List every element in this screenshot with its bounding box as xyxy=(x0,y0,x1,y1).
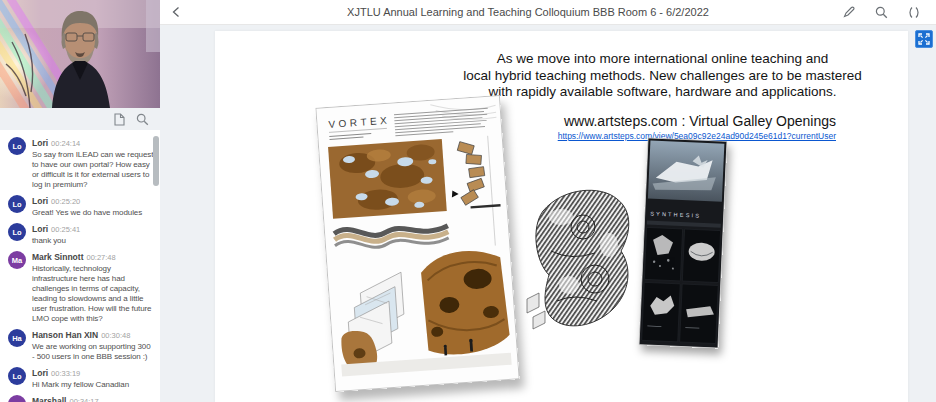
sidebar-toolbar xyxy=(0,108,160,130)
chat-message: Ma Mark Sinnott00:27:48 Historically, te… xyxy=(8,250,154,324)
chat-text: So say from ILEAD can we request to have… xyxy=(32,150,154,190)
avatar: Lo xyxy=(8,195,26,213)
search-icon[interactable] xyxy=(875,6,888,19)
chat-text: Historically, technology infrastructure … xyxy=(32,264,154,324)
fullscreen-icon xyxy=(918,33,930,45)
avatar: Lo xyxy=(8,223,26,241)
chat-scrollbar[interactable] xyxy=(153,136,159,186)
chat-message: Ma Marshall00:34:17 The great white nort… xyxy=(8,394,154,402)
vortex-poster-image: VORTEX xyxy=(315,95,519,392)
presenter-webcam-image xyxy=(0,0,160,108)
chat-messages: Lo Lori00:24:14 So say from ILEAD can we… xyxy=(8,136,154,402)
chat-author: Hanson Han XIN xyxy=(32,330,98,340)
chat-timestamp: 00:24:14 xyxy=(51,139,80,148)
chat-message: Lo Lori00:25:20 Great! Yes we do have mo… xyxy=(8,194,154,218)
chat-author: Lori xyxy=(32,224,48,234)
chat-text: We are working on supporting 300 - 500 u… xyxy=(32,342,154,362)
slide: As we move into more international onlin… xyxy=(215,31,908,402)
presentation-area: As we move into more international onlin… xyxy=(160,25,936,402)
top-bar: XJTLU Annual Learning and Teaching Collo… xyxy=(160,0,936,25)
avatar: Lo xyxy=(8,367,26,385)
chat-author: Marshall xyxy=(32,396,67,402)
avatar: Ma xyxy=(8,395,26,402)
back-button[interactable] xyxy=(160,0,192,24)
chat-text: Hi Mark my fellow Canadian xyxy=(32,380,154,390)
swap-icon[interactable] xyxy=(908,6,920,19)
avatar: Ma xyxy=(8,251,26,269)
chat-timestamp: 00:25:20 xyxy=(51,197,80,206)
sculpture-image xyxy=(521,181,639,339)
chat-message: Lo Lori00:25:41 thank you xyxy=(8,222,154,246)
chat-timestamp: 00:34:17 xyxy=(70,397,99,402)
slide-paragraph: As we move into more international onlin… xyxy=(430,51,895,101)
topbar-actions xyxy=(843,6,936,19)
chat-timestamp: 00:25:41 xyxy=(51,225,80,234)
chat-timestamp: 00:33:19 xyxy=(51,369,80,378)
chat-timestamp: 00:30:48 xyxy=(101,331,130,340)
chat-message: Lo Lori00:24:14 So say from ILEAD can we… xyxy=(8,136,154,190)
search-chat-icon[interactable] xyxy=(136,113,149,126)
fullscreen-button[interactable] xyxy=(915,30,933,48)
sidebar: Lo Lori00:24:14 So say from ILEAD can we… xyxy=(0,0,160,402)
avatar: Lo xyxy=(8,137,26,155)
slide-heading: www.artsteps.com : Virtual Galley Openin… xyxy=(564,113,836,129)
chat-message: Ha Hanson Han XIN00:30:48 We are working… xyxy=(8,328,154,362)
avatar: Ha xyxy=(8,329,26,347)
chat-author: Lori xyxy=(32,368,48,378)
chat-timestamp: 00:27:48 xyxy=(86,253,115,262)
notes-icon[interactable] xyxy=(114,113,125,126)
chat-scrollbar-track xyxy=(153,134,159,398)
bbb-playback-app: Lo Lori00:24:14 So say from ILEAD can we… xyxy=(0,0,936,402)
chat-text: Great! Yes we do have modules xyxy=(32,208,154,218)
vortex-big-wall xyxy=(420,248,511,356)
chevron-left-icon xyxy=(171,6,181,18)
pen-icon[interactable] xyxy=(843,6,855,18)
main-area: XJTLU Annual Learning and Teaching Collo… xyxy=(160,0,936,402)
chat-author: Lori xyxy=(32,138,48,148)
synthesis-poster-image: SYNTHESIS xyxy=(639,137,728,348)
vortex-topo-render xyxy=(328,139,447,219)
recording-title: XJTLU Annual Learning and Teaching Collo… xyxy=(220,6,836,18)
chat-panel[interactable]: Lo Lori00:24:14 So say from ILEAD can we… xyxy=(0,130,160,402)
chat-message: Lo Lori00:33:19 Hi Mark my fellow Canadi… xyxy=(8,366,154,390)
webcam-video xyxy=(0,0,160,108)
chat-text: thank you xyxy=(32,236,154,246)
chat-author: Mark Sinnott xyxy=(32,252,83,262)
chat-author: Lori xyxy=(32,196,48,206)
